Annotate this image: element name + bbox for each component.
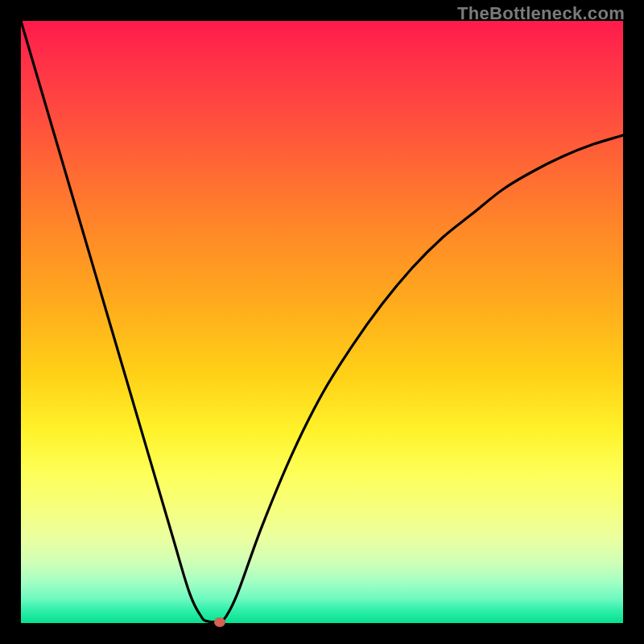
curve-path	[21, 21, 623, 622]
chart-frame: TheBottleneck.com	[0, 0, 644, 644]
optimum-marker	[214, 617, 225, 627]
plot-area	[21, 21, 623, 623]
bottleneck-curve	[21, 21, 623, 623]
